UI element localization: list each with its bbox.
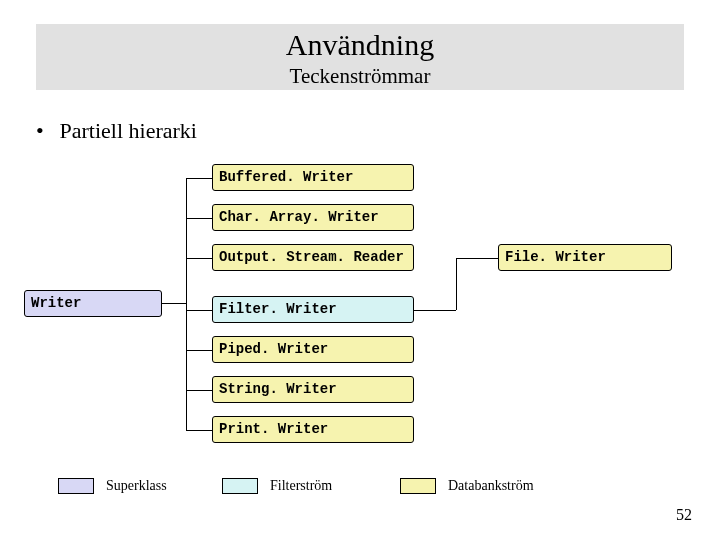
node-print-writer: Print. Writer <box>212 416 414 443</box>
page-number: 52 <box>676 506 692 524</box>
connector-line <box>186 430 212 431</box>
legend-label: Superklass <box>106 478 167 494</box>
node-writer-root: Writer <box>24 290 162 317</box>
page-subtitle: Teckenströmmar <box>36 64 684 89</box>
bullet-icon: • <box>36 118 54 144</box>
connector-line <box>186 310 212 311</box>
node-string-writer: String. Writer <box>212 376 414 403</box>
connector-line <box>186 390 212 391</box>
page-title: Användning <box>36 24 684 62</box>
legend-label: Filterström <box>270 478 332 494</box>
legend-swatch-filterstream <box>222 478 258 494</box>
node-piped-writer: Piped. Writer <box>212 336 414 363</box>
connector-line <box>186 178 187 430</box>
legend-swatch-superclass <box>58 478 94 494</box>
connector-line <box>186 258 212 259</box>
legend-swatch-databankstream <box>400 478 436 494</box>
connector-line <box>456 258 498 259</box>
connector-line <box>186 350 212 351</box>
node-output-stream-reader: Output. Stream. Reader <box>212 244 414 271</box>
legend-filterstream: Filterström <box>222 478 332 494</box>
connector-line <box>414 310 456 311</box>
connector-line <box>186 178 212 179</box>
bullet-text: Partiell hierarki <box>60 118 197 143</box>
legend-databankstream: Databankström <box>400 478 534 494</box>
legend-label: Databankström <box>448 478 534 494</box>
node-char-array-writer: Char. Array. Writer <box>212 204 414 231</box>
title-bar: Användning Teckenströmmar <box>36 24 684 90</box>
node-file-writer: File. Writer <box>498 244 672 271</box>
node-buffered-writer: Buffered. Writer <box>212 164 414 191</box>
legend-superclass: Superklass <box>58 478 167 494</box>
connector-line <box>186 218 212 219</box>
connector-line <box>456 258 457 310</box>
node-filter-writer: Filter. Writer <box>212 296 414 323</box>
bullet-item: • Partiell hierarki <box>36 118 197 144</box>
connector-line <box>162 303 186 304</box>
